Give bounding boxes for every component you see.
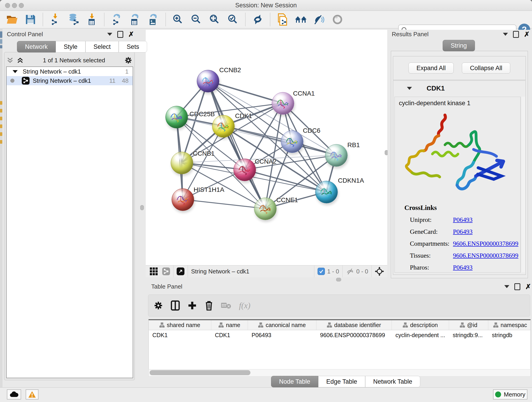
tab-node-table[interactable]: Node Table xyxy=(271,376,318,387)
table-panel-float-icon[interactable] xyxy=(514,283,520,290)
results-panel-menu-icon[interactable] xyxy=(503,33,508,36)
crosslink-link[interactable]: P06493 xyxy=(453,228,473,235)
crosslink-link[interactable]: 9606.ENSP00000378699 xyxy=(453,240,518,247)
birdseye-icon[interactable] xyxy=(375,267,384,276)
network-badge-icon[interactable] xyxy=(162,268,170,275)
node-CDC25B[interactable] xyxy=(165,106,188,128)
export-network-button[interactable] xyxy=(110,13,123,26)
table-panel-menu-icon[interactable] xyxy=(504,285,509,288)
table-cell[interactable]: cyclin-dependent ... xyxy=(392,330,449,340)
column-header-canonical-name[interactable]: canonical name xyxy=(248,320,317,330)
protein-collapse-icon[interactable] xyxy=(407,87,412,90)
warning-icon xyxy=(28,391,36,398)
export-table-button[interactable] xyxy=(129,13,141,26)
open-session-button[interactable] xyxy=(6,13,18,26)
zoom-fit-button[interactable] xyxy=(209,13,221,26)
collection-count: 1 xyxy=(125,68,128,75)
table-hscrollbar-thumb[interactable] xyxy=(150,370,250,375)
expand-all-icon[interactable] xyxy=(17,57,24,64)
detach-view-icon[interactable] xyxy=(177,268,184,275)
crosslink-link[interactable]: P06493 xyxy=(453,264,473,271)
duplicate-network-button[interactable] xyxy=(276,13,289,26)
show-columns-icon[interactable] xyxy=(171,300,180,311)
expand-all-button[interactable]: Expand All xyxy=(409,63,454,74)
control-panel-float-icon[interactable] xyxy=(117,31,123,38)
table-cell[interactable]: P06493 xyxy=(248,330,317,340)
tab-network[interactable]: Network xyxy=(17,41,56,52)
node-CCNB1[interactable] xyxy=(171,152,193,174)
network-options-gear-icon[interactable] xyxy=(124,56,132,64)
window-title: Session: New Session xyxy=(0,2,532,9)
table-cell[interactable]: stringdb:9... xyxy=(449,330,488,340)
tab-string[interactable]: String xyxy=(443,40,475,51)
add-column-icon[interactable] xyxy=(188,301,197,310)
import-table-button[interactable] xyxy=(86,13,98,26)
memory-button[interactable]: Memory xyxy=(493,389,527,400)
node-RB1[interactable] xyxy=(325,144,348,167)
delete-column-icon[interactable] xyxy=(205,300,213,311)
tab-sets[interactable]: Sets xyxy=(119,41,147,52)
results-panel-close-icon[interactable]: ✗ xyxy=(524,32,530,37)
edge-HIST1H1A-CCNE1[interactable] xyxy=(183,199,265,209)
bottom-splitter-handle[interactable] xyxy=(336,278,341,281)
table-cell[interactable]: 9606.ENSP00000378699 xyxy=(317,330,392,340)
results-panel-float-icon[interactable] xyxy=(513,31,519,38)
table-cell[interactable]: CDK1 xyxy=(211,330,248,340)
node-CDK1[interactable] xyxy=(212,115,234,138)
warnings-button[interactable] xyxy=(26,389,38,400)
collection-expand-icon[interactable] xyxy=(13,70,18,73)
node-CCNB2[interactable] xyxy=(197,70,219,92)
crosslink-link[interactable]: 9606.ENSP00000378699 xyxy=(453,252,518,259)
network-collection-row[interactable]: String Network – cdk1 1 xyxy=(7,67,133,76)
tab-network-table[interactable]: Network Table xyxy=(365,376,420,387)
tab-style[interactable]: Style xyxy=(56,41,85,52)
collapse-all-icon[interactable] xyxy=(7,57,13,64)
node-table: shared namenamecanonical namedatabase id… xyxy=(148,319,531,370)
zoom-selected-button[interactable] xyxy=(227,13,239,26)
table-cell[interactable]: stringdb xyxy=(488,330,531,340)
network-row[interactable]: String Network – cdk1 11 48 xyxy=(7,76,133,85)
left-splitter-handle[interactable] xyxy=(140,205,144,210)
collapse-all-button[interactable]: Collapse All xyxy=(462,63,510,74)
column-header-@id[interactable]: @id xyxy=(449,320,488,330)
column-header-shared-name[interactable]: shared name xyxy=(149,320,211,330)
save-session-button[interactable] xyxy=(24,13,37,26)
column-header-description[interactable]: description xyxy=(392,320,449,330)
table-settings-gear-icon[interactable] xyxy=(154,301,163,310)
table-panel-close-icon[interactable]: ✗ xyxy=(525,284,531,289)
protein-thumbnail-CDC6 xyxy=(284,135,299,148)
control-panel-menu-icon[interactable] xyxy=(107,33,112,36)
delete-table-icon xyxy=(221,302,231,309)
import-network-database-button[interactable] xyxy=(67,13,80,26)
network-canvas[interactable]: CCNB2CCNA1CDC25BCDK1CDC6RB1CCNB1CCNA2CDK… xyxy=(146,30,387,265)
table-hscrollbar[interactable] xyxy=(148,369,531,376)
node-CCNE1[interactable] xyxy=(254,198,277,220)
zoom-out-button[interactable] xyxy=(190,13,203,26)
node-CDC6[interactable] xyxy=(281,130,303,153)
import-network-button[interactable] xyxy=(49,13,61,26)
results-scrollbar[interactable] xyxy=(521,97,525,272)
hide-selection-button[interactable] xyxy=(313,13,325,26)
tab-edge-table[interactable]: Edge Table xyxy=(318,376,365,387)
table-row[interactable]: CDK1CDK1P064939606.ENSP00000378699cyclin… xyxy=(149,330,530,340)
node-HIST1H1A[interactable] xyxy=(172,188,194,211)
control-panel-close-icon[interactable]: ✗ xyxy=(128,32,134,37)
column-header-namespac[interactable]: namespac xyxy=(488,320,531,330)
grid-view-icon[interactable] xyxy=(150,268,158,275)
table-cell[interactable]: CDK1 xyxy=(149,330,211,340)
home-button[interactable] xyxy=(295,13,307,26)
column-header-name[interactable]: name xyxy=(211,320,248,330)
apply-layout-button[interactable] xyxy=(252,13,264,26)
column-header-database-identifier[interactable]: database identifier xyxy=(317,320,392,330)
show-selection-button[interactable] xyxy=(331,13,344,26)
node-CCNA1[interactable] xyxy=(272,92,294,115)
protein-thumbnail-CDC25B xyxy=(169,110,184,123)
tab-select[interactable]: Select xyxy=(85,41,119,52)
crosslink-link[interactable]: P06493 xyxy=(453,216,473,223)
cloud-status-button[interactable] xyxy=(7,389,21,400)
node-CCNA2[interactable] xyxy=(234,159,256,181)
node-CDKN1A[interactable] xyxy=(315,181,338,203)
selected-checkbox-icon[interactable] xyxy=(317,268,325,275)
export-image-button[interactable] xyxy=(147,13,159,26)
zoom-in-button[interactable] xyxy=(172,13,184,26)
